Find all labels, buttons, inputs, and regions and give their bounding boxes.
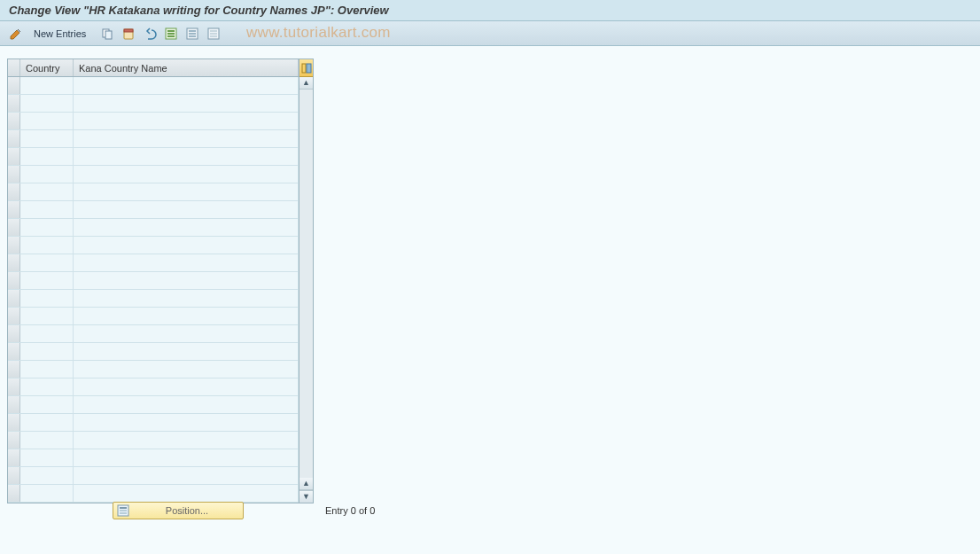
copy-as-icon[interactable] bbox=[98, 25, 116, 43]
row-selector[interactable] bbox=[8, 148, 20, 165]
cell-kana-country-name[interactable] bbox=[74, 396, 299, 413]
row-selector[interactable] bbox=[8, 183, 20, 200]
cell-country[interactable] bbox=[20, 95, 74, 112]
row-selector[interactable] bbox=[8, 113, 20, 129]
cell-country[interactable] bbox=[20, 219, 74, 236]
cell-kana-country-name[interactable] bbox=[74, 485, 299, 502]
cell-kana-country-name[interactable] bbox=[74, 449, 299, 466]
cell-country[interactable] bbox=[20, 77, 74, 94]
delete-icon[interactable] bbox=[120, 25, 137, 43]
row-selector[interactable] bbox=[8, 485, 20, 502]
cell-kana-country-name[interactable] bbox=[74, 113, 299, 129]
entry-count-status: Entry 0 of 0 bbox=[325, 505, 375, 516]
row-selector[interactable] bbox=[8, 396, 20, 413]
row-selector[interactable] bbox=[8, 432, 20, 449]
row-selector[interactable] bbox=[8, 237, 20, 254]
cell-country[interactable] bbox=[20, 449, 74, 466]
row-selector[interactable] bbox=[8, 130, 20, 147]
cell-country[interactable] bbox=[20, 343, 74, 360]
cell-country[interactable] bbox=[20, 201, 74, 218]
row-selector[interactable] bbox=[8, 378, 20, 395]
svg-rect-7 bbox=[167, 35, 175, 37]
cell-country[interactable] bbox=[20, 325, 74, 342]
cell-kana-country-name[interactable] bbox=[74, 290, 299, 307]
cell-country[interactable] bbox=[20, 378, 74, 395]
cell-country[interactable] bbox=[20, 272, 74, 289]
cell-country[interactable] bbox=[20, 166, 74, 183]
cell-kana-country-name[interactable] bbox=[74, 308, 299, 324]
row-selector[interactable] bbox=[8, 95, 20, 112]
cell-kana-country-name[interactable] bbox=[74, 201, 299, 218]
table-settings-icon[interactable] bbox=[299, 59, 313, 77]
cell-kana-country-name[interactable] bbox=[74, 95, 299, 112]
row-selector[interactable] bbox=[8, 414, 20, 431]
cell-kana-country-name[interactable] bbox=[74, 343, 299, 360]
column-header-kana-country-name[interactable]: Kana Country Name bbox=[74, 59, 299, 76]
cell-kana-country-name[interactable] bbox=[74, 254, 299, 271]
cell-country[interactable] bbox=[20, 361, 74, 378]
cell-kana-country-name[interactable] bbox=[74, 77, 299, 94]
undo-icon[interactable] bbox=[141, 25, 159, 43]
cell-kana-country-name[interactable] bbox=[74, 219, 299, 236]
cell-kana-country-name[interactable] bbox=[74, 237, 299, 254]
cell-kana-country-name[interactable] bbox=[74, 467, 299, 484]
new-entries-button[interactable]: New Entries bbox=[28, 27, 91, 41]
scroll-up-step-button[interactable]: ▲ bbox=[299, 478, 313, 490]
cell-country[interactable] bbox=[20, 113, 74, 129]
deselect-all-icon[interactable] bbox=[205, 25, 222, 43]
row-selector[interactable] bbox=[8, 219, 20, 236]
row-selector[interactable] bbox=[8, 325, 20, 342]
table-row bbox=[8, 325, 299, 343]
position-button[interactable]: Position... bbox=[113, 502, 244, 519]
cell-country[interactable] bbox=[20, 432, 74, 449]
table-row bbox=[8, 396, 299, 414]
cell-country[interactable] bbox=[20, 467, 74, 484]
scroll-up-button[interactable]: ▲ bbox=[299, 77, 313, 90]
scroll-down-button[interactable]: ▼ bbox=[299, 490, 313, 503]
cell-kana-country-name[interactable] bbox=[74, 414, 299, 431]
row-selector[interactable] bbox=[8, 343, 20, 360]
row-selector[interactable] bbox=[8, 290, 20, 307]
select-block-icon[interactable] bbox=[183, 25, 201, 43]
cell-country[interactable] bbox=[20, 148, 74, 165]
cell-kana-country-name[interactable] bbox=[74, 130, 299, 147]
row-selector-header[interactable] bbox=[8, 59, 20, 76]
svg-rect-1 bbox=[105, 31, 112, 39]
select-all-icon[interactable] bbox=[162, 25, 180, 43]
svg-rect-21 bbox=[120, 512, 127, 514]
svg-rect-16 bbox=[302, 64, 306, 73]
row-selector[interactable] bbox=[8, 272, 20, 289]
cell-kana-country-name[interactable] bbox=[74, 378, 299, 395]
cell-kana-country-name[interactable] bbox=[74, 432, 299, 449]
cell-country[interactable] bbox=[20, 130, 74, 147]
cell-country[interactable] bbox=[20, 396, 74, 413]
cell-kana-country-name[interactable] bbox=[74, 325, 299, 342]
cell-country[interactable] bbox=[20, 254, 74, 271]
row-selector[interactable] bbox=[8, 166, 20, 183]
table-row bbox=[8, 219, 299, 237]
cell-country[interactable] bbox=[20, 183, 74, 200]
table-row bbox=[8, 95, 299, 113]
row-selector[interactable] bbox=[8, 254, 20, 271]
row-selector[interactable] bbox=[8, 308, 20, 324]
cell-kana-country-name[interactable] bbox=[74, 166, 299, 183]
row-selector[interactable] bbox=[8, 361, 20, 378]
scrollbar-track[interactable] bbox=[299, 90, 313, 478]
column-header-country[interactable]: Country bbox=[20, 59, 74, 76]
cell-kana-country-name[interactable] bbox=[74, 361, 299, 378]
cell-country[interactable] bbox=[20, 414, 74, 431]
row-selector[interactable] bbox=[8, 467, 20, 484]
content-area: Country Kana Country Name ▲ ▲ ▼ Position… bbox=[0, 46, 980, 525]
row-selector[interactable] bbox=[8, 201, 20, 218]
cell-kana-country-name[interactable] bbox=[74, 183, 299, 200]
row-selector[interactable] bbox=[8, 449, 20, 466]
cell-country[interactable] bbox=[20, 308, 74, 324]
svg-rect-17 bbox=[307, 64, 311, 73]
cell-country[interactable] bbox=[20, 237, 74, 254]
cell-country[interactable] bbox=[20, 290, 74, 307]
row-selector[interactable] bbox=[8, 77, 20, 94]
cell-country[interactable] bbox=[20, 485, 74, 502]
cell-kana-country-name[interactable] bbox=[74, 272, 299, 289]
cell-kana-country-name[interactable] bbox=[74, 148, 299, 165]
display-change-toggle-icon[interactable] bbox=[7, 25, 25, 43]
